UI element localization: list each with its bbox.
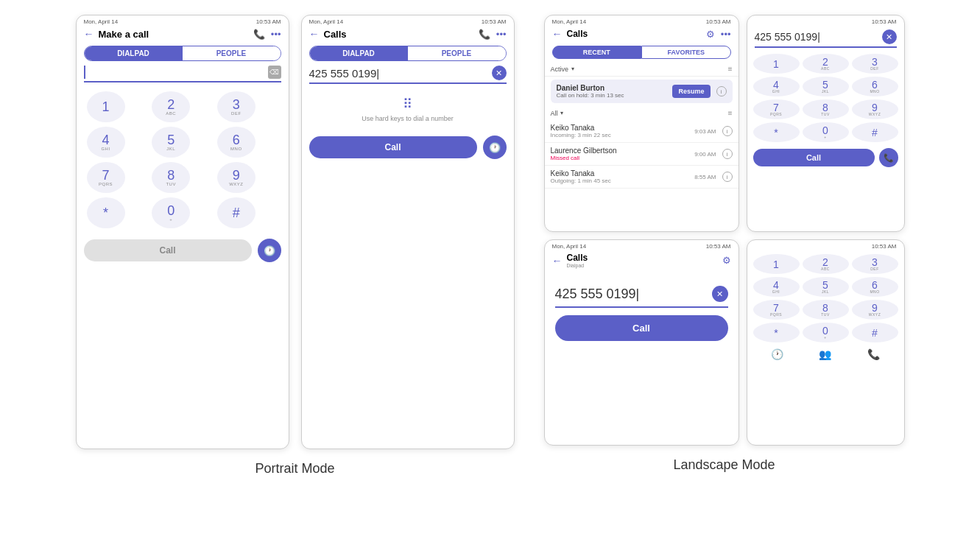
landscape-section: Mon, April 14 10:53 AM ← Calls ⚙ ••• REC… [544, 15, 905, 477]
ls-b-key-1[interactable]: 1 [753, 254, 800, 274]
tab-dialpad-1[interactable]: DIALPAD [85, 46, 183, 60]
call-button-2[interactable]: Call [309, 136, 477, 158]
ls-key-hash[interactable]: # [852, 122, 898, 142]
frame2-date: Mon, April 14 [309, 18, 344, 25]
ls-top-dial-input[interactable]: 425 555 0199| [755, 31, 882, 43]
recent-tab[interactable]: RECENT [552, 46, 642, 59]
ls-b-key-3[interactable]: 3DEF [852, 254, 898, 274]
ls-b-key-9[interactable]: 9WXYZ [852, 300, 898, 320]
ls-b-key-hash[interactable]: # [852, 323, 898, 342]
ls-b-key-star[interactable]: * [753, 323, 800, 342]
active-filter-bar: Active ▾ ≡ [545, 62, 738, 77]
back-arrow-icon[interactable]: ← [84, 28, 94, 40]
portrait-label: Portrait Mode [255, 461, 334, 477]
info-icon-1[interactable]: i [722, 149, 733, 159]
ls-top-call-btn[interactable]: Call [753, 149, 875, 166]
ls-key-9[interactable]: 9WXYZ [852, 99, 898, 119]
key-8[interactable]: 8TUV [152, 162, 190, 193]
ls-b-key-6[interactable]: 6MNO [852, 277, 898, 297]
key-star[interactable]: * [87, 197, 125, 228]
key-1[interactable]: 1 [87, 91, 125, 122]
ls-calls-title: Calls [567, 29, 702, 39]
main-container: Mon, April 14 10:53 AM ← Make a call 📞 •… [15, 15, 965, 477]
key-6[interactable]: 6MNO [217, 127, 255, 158]
ls-key-4[interactable]: 4GHI [753, 77, 800, 96]
key-0[interactable]: 0+ [152, 197, 190, 228]
key-4[interactable]: 4GHI [87, 127, 125, 158]
contacts-icon[interactable]: 👥 [819, 348, 831, 360]
history-btn-1[interactable]: 🕐 [258, 239, 281, 262]
history-btn-2[interactable]: 🕐 [483, 136, 507, 159]
frame1-time: 10:53 AM [256, 18, 281, 25]
key-5[interactable]: 5JKL [152, 127, 190, 158]
portrait-frame1: Mon, April 14 10:53 AM ← Make a call 📞 •… [76, 15, 289, 449]
ls-key-5[interactable]: 5JKL [803, 77, 849, 96]
call-time-0: 9:03 AM [694, 128, 716, 135]
ls-b-key-7[interactable]: 7PQRS [753, 300, 800, 320]
favorites-tab[interactable]: FAVORITES [641, 46, 731, 59]
ls-bottom-back-icon[interactable]: ← [552, 255, 563, 267]
ls-b-key-4[interactable]: 4GHI [753, 277, 800, 297]
more-dots-icon[interactable]: ••• [721, 29, 731, 40]
ls-key-1[interactable]: 1 [753, 54, 800, 74]
frame2-input-container: 425 555 0199| ✕ [309, 66, 507, 84]
back-arrow-icon-2[interactable]: ← [309, 28, 320, 40]
ls-key-8[interactable]: 8TUV [803, 99, 849, 119]
tab-people-1[interactable]: PEOPLE [183, 46, 281, 60]
ls-b-key-2[interactable]: 2ABC [803, 254, 849, 274]
ls-top-bottom-bar: Call 📞 [747, 145, 904, 170]
tab-dialpad-2[interactable]: DIALPAD [310, 46, 408, 60]
call-item-2-left: Keiko Tanaka Outgoing: 1 min 45 sec [551, 169, 611, 184]
clear-btn-2[interactable]: ✕ [492, 66, 507, 80]
ls-b-key-8[interactable]: 8TUV [803, 300, 849, 320]
chevron-down-icon[interactable]: ▾ [571, 66, 574, 72]
key-7[interactable]: 7PQRS [87, 162, 125, 193]
all-chevron-icon[interactable]: ▾ [560, 110, 563, 116]
frame1-dial-input[interactable]: | [84, 66, 268, 79]
ls-key-2[interactable]: 2ABC [803, 54, 849, 74]
ls-key-6[interactable]: 6MNO [852, 77, 898, 96]
ls-bottom-call-btn[interactable]: Call [555, 315, 728, 341]
ls-key-7[interactable]: 7PQRS [753, 99, 800, 119]
key-9[interactable]: 9WXYZ [217, 162, 255, 193]
settings-icon[interactable]: ⚙ [706, 29, 715, 40]
landscape-label: Landscape Mode [673, 457, 775, 473]
ls-bottom-clear-btn[interactable]: ✕ [712, 286, 728, 302]
key-2[interactable]: 2ABC [152, 91, 190, 122]
ls-top-phone-icon-btn[interactable]: 📞 [879, 148, 898, 167]
ls-b-key-5[interactable]: 5JKL [803, 277, 849, 297]
settings-icon-2[interactable]: ⚙ [722, 255, 731, 266]
ls-key-3[interactable]: 3DEF [852, 54, 898, 74]
frame2-dial-input[interactable]: 425 555 0199| [309, 67, 492, 80]
frame1-input-container: | ⌫ [84, 66, 281, 82]
call-name-2: Keiko Tanaka [551, 169, 611, 177]
frame2-tabs: DIALPAD PEOPLE [309, 46, 507, 61]
key-3[interactable]: 3DEF [217, 91, 255, 122]
more-icon[interactable]: ••• [271, 29, 281, 40]
ls-back-icon[interactable]: ← [552, 28, 563, 40]
ls-b-key-0[interactable]: 0+ [803, 323, 849, 342]
filter-icon[interactable]: ≡ [728, 65, 733, 73]
phone-icon[interactable]: 📞 [253, 29, 265, 40]
phone-icon-bottom[interactable]: 📞 [867, 348, 880, 360]
ls-calls-nav-icons: ⚙ ••• [706, 29, 731, 40]
all-filter-icon[interactable]: ≡ [728, 109, 733, 117]
more-icon-2[interactable]: ••• [496, 29, 507, 40]
ls-top-dp-time: 10:53 AM [872, 18, 897, 25]
phone-icon-2[interactable]: 📞 [479, 29, 490, 40]
ls-top-clear-btn[interactable]: ✕ [882, 29, 897, 44]
ls-key-star[interactable]: * [753, 122, 800, 142]
landscape-frames: Mon, April 14 10:53 AM ← Calls ⚙ ••• REC… [544, 15, 905, 446]
ls-bottom-dialpad: 1 2ABC 3DEF 4GHI 5JKL 6MNO 7PQRS 8TUV 9W… [747, 250, 904, 345]
info-icon-0[interactable]: i [722, 126, 733, 136]
resume-button[interactable]: Resume [672, 85, 710, 98]
info-icon-2[interactable]: i [722, 172, 733, 182]
history-icon[interactable]: 🕐 [771, 348, 783, 360]
key-hash[interactable]: # [217, 197, 255, 228]
clear-btn-1[interactable]: ⌫ [268, 66, 281, 79]
call-button-1[interactable]: Call [84, 239, 252, 261]
tab-people-2[interactable]: PEOPLE [408, 46, 506, 60]
portrait-frame2: Mon, April 14 10:53 AM ← Calls 📞 ••• DIA… [301, 15, 515, 449]
ls-key-0[interactable]: 0+ [803, 122, 849, 142]
info-icon-active[interactable]: i [716, 86, 727, 96]
